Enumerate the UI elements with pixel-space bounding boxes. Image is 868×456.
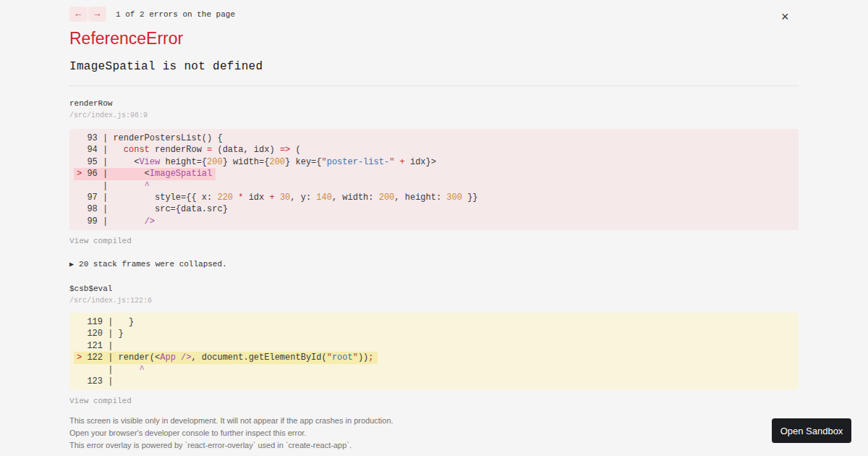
view-compiled-link[interactable]: View compiled: [69, 237, 132, 245]
error-type-title: ReferenceError: [69, 29, 183, 48]
collapsed-stack-frames-toggle[interactable]: ▶20 stack frames were collapsed.: [69, 260, 227, 269]
previous-error-button[interactable]: ←: [69, 7, 88, 22]
error-navigation-bar: ← → 1 of 2 errors on the page: [69, 7, 235, 22]
collapsed-stack-frames-label: 20 stack frames were collapsed.: [79, 260, 227, 269]
footer-note: This screen is visible only in developme…: [69, 415, 393, 451]
stack-frame-function-name: renderRow: [69, 99, 112, 108]
react-error-overlay: ← → 1 of 2 errors on the page × Referenc…: [0, 0, 868, 456]
source-code-frame: 119 | } 120 | } 121 |> 122 | render(<App…: [69, 313, 799, 389]
stack-frame-location: /src/index.js:122:6: [69, 297, 152, 305]
next-error-button[interactable]: →: [88, 7, 106, 22]
stack-frame-location: /src/index.js:96:9: [69, 111, 148, 119]
view-compiled-link[interactable]: View compiled: [69, 397, 132, 405]
error-message: ImageSpatial is not defined: [69, 60, 263, 73]
footer-line: This error overlay is powered by `react-…: [69, 439, 393, 452]
open-sandbox-button[interactable]: Open Sandbox: [772, 418, 851, 443]
footer-line: Open your browser's developer console to…: [69, 427, 393, 439]
footer-line: This screen is visible only in developme…: [69, 415, 393, 427]
triangle-right-icon: ▶: [69, 261, 74, 269]
error-counter: 1 of 2 errors on the page: [116, 10, 235, 19]
close-icon[interactable]: ×: [780, 9, 791, 25]
source-code-frame: 93 | renderPostersList() { 94 | const re…: [69, 129, 799, 230]
divider: [69, 85, 799, 86]
stack-frame-function-name: $csb$eval: [69, 284, 112, 293]
